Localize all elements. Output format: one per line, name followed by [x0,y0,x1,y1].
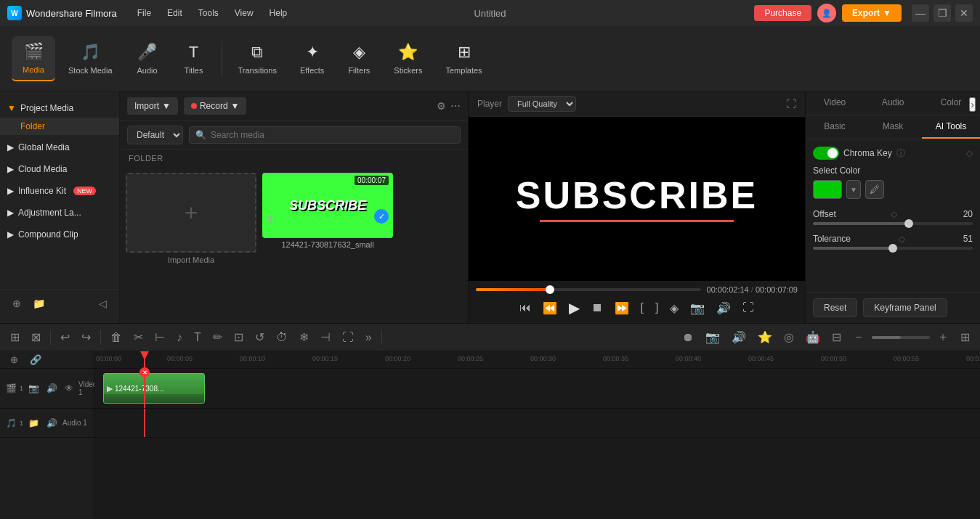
toolbar-stickers[interactable]: ⭐ Stickers [384,37,432,81]
tl-split-button[interactable]: ⊢ [150,327,169,347]
tl-motion-button[interactable]: ◎ [779,327,798,347]
tolerance-reset-icon[interactable]: ◇ [899,234,905,244]
player-fullscreen-button[interactable]: ⛶ [786,98,796,110]
filter-button[interactable]: ⚙ [437,100,446,112]
track-link-button[interactable]: 🔗 [25,351,46,368]
reset-button[interactable]: Reset [813,298,857,317]
tl-record-button[interactable]: ⏺ [678,328,698,347]
tl-fullscreen-button[interactable]: ⛶ [338,328,358,347]
subtab-ai-tools[interactable]: AI Tools [922,115,980,139]
toolbar-audio[interactable]: 🎤 Audio [126,37,169,81]
minimize-button[interactable]: — [912,4,929,22]
toolbar-templates[interactable]: ⊞ Templates [435,37,492,81]
tl-cut-button[interactable]: ✂ [129,327,147,347]
search-input[interactable] [211,130,454,140]
video1-eye-button[interactable]: 👁 [62,383,76,394]
tl-layout-button[interactable]: ⊞ [956,327,974,347]
tl-freeze-button[interactable]: ❄ [295,327,313,347]
menu-help[interactable]: Help [262,5,295,21]
tl-zoom-out-button[interactable]: － [849,327,869,348]
subtab-mask[interactable]: Mask [864,115,922,139]
tl-effect-button[interactable]: ⭐ [753,327,777,347]
add-video-track-button[interactable]: ⊕ [6,351,23,368]
menu-file[interactable]: File [130,5,158,21]
maximize-button[interactable]: ❐ [934,4,951,22]
tl-more-button[interactable]: » [361,328,376,347]
play-button[interactable]: ▶ [567,297,582,319]
tl-audio-track-button[interactable]: 🔊 [727,327,750,347]
sidebar-header-compound-clip[interactable]: ▶ Compound Clip [0,225,119,244]
tl-camera-button[interactable]: 📷 [701,327,724,347]
right-panel-expand-button[interactable]: › [969,97,976,112]
sort-select[interactable]: Default [127,126,183,144]
record-button[interactable]: Record ▼ [184,97,247,115]
video-clip-block[interactable]: ▶ 124421-7308... [103,373,205,404]
import-button[interactable]: Import ▼ [127,97,178,115]
color-dropdown-button[interactable]: ▼ [846,180,861,199]
offset-thumb[interactable] [904,219,913,228]
import-media-item[interactable]: + Import Media [126,173,256,264]
toolbar-filters[interactable]: ◈ Filters [337,37,381,81]
tl-trim-button[interactable]: ⊣ [316,327,335,347]
quality-select[interactable]: Full Quality [508,96,576,112]
menu-view[interactable]: View [227,5,261,21]
toolbar-transitions[interactable]: ⧉ Transitions [228,37,287,81]
tl-ai-button[interactable]: 🤖 [801,327,825,347]
toolbar-media[interactable]: 🎬 Media [12,36,55,81]
eyedropper-button[interactable]: 🖉 [865,180,884,199]
tolerance-slider[interactable] [813,247,973,250]
tl-text-button[interactable]: T [190,328,206,347]
offset-slider[interactable] [813,222,973,225]
tab-audio[interactable]: Audio [864,91,922,115]
tl-audio-button[interactable]: ♪ [172,328,187,347]
tl-delete-button[interactable]: 🗑 [106,328,126,347]
menu-tools[interactable]: Tools [191,5,226,21]
sidebar-header-project-media[interactable]: ▼ Project Media [0,99,119,118]
sidebar-header-cloud-media[interactable]: ▶ Cloud Media [0,160,119,179]
export-button[interactable]: Export ▼ [842,4,902,22]
toolbar-titles[interactable]: T Titles [172,37,216,81]
tl-zoom-in-button[interactable]: ＋ [933,327,953,348]
offset-reset-icon[interactable]: ◇ [891,209,897,219]
tl-undo-button[interactable]: ↩ [56,327,74,347]
add-marker-button[interactable]: ◈ [668,299,681,317]
purchase-button[interactable]: Purchase [754,5,811,21]
chroma-key-toggle[interactable] [813,147,839,160]
frame-forward-button[interactable]: ⏩ [612,299,631,317]
tl-magnet-button[interactable]: ⊠ [27,327,45,347]
zoom-slider[interactable] [872,336,930,339]
frame-back-button[interactable]: ⏪ [540,299,559,317]
user-avatar[interactable]: 👤 [817,4,836,23]
add-folder-button[interactable]: ⊕ [7,294,26,313]
audio1-folder-button[interactable]: 📁 [26,417,41,429]
tl-speed-button[interactable]: ⏱ [272,328,292,347]
video1-mute-button[interactable]: 🔊 [44,383,60,394]
video1-track-row[interactable]: ▶ 124421-7308... ✕ [94,369,980,409]
volume-button[interactable]: 🔊 [714,299,733,317]
tolerance-thumb[interactable] [888,244,897,253]
skip-back-button[interactable]: ⏮ [517,299,533,316]
mark-out-button[interactable]: ] [653,299,660,316]
video1-camera-button[interactable]: 📷 [26,383,41,394]
chroma-key-info-icon[interactable]: ⓘ [896,147,905,160]
tab-video[interactable]: Video [806,91,864,115]
menu-edit[interactable]: Edit [160,5,190,21]
progress-bar[interactable] [476,288,701,291]
add-media-thumb[interactable]: + [126,173,256,253]
toolbar-stock-media[interactable]: 🎵 Stock Media [58,37,123,81]
tl-crop-button[interactable]: ⊡ [230,327,248,347]
tl-grid-button[interactable]: ⊞ [6,327,24,347]
snapshot-button[interactable]: 📷 [688,299,707,317]
subtab-basic[interactable]: Basic [806,115,864,139]
sidebar-header-influence-kit[interactable]: ▶ Influence Kit NEW [0,181,119,200]
toolbar-effects[interactable]: ✦ Effects [290,37,334,81]
progress-thumb[interactable] [546,285,554,294]
fullscreen-button[interactable]: ⛶ [740,299,756,316]
media-clip-item[interactable]: SUBSCRIBE 00:00:07 ≋ ✓ 124421-730817632_… [262,173,393,253]
mark-in-button[interactable]: [ [639,299,646,316]
color-swatch[interactable] [813,180,842,199]
tl-pip-button[interactable]: ⊟ [827,327,846,347]
close-button[interactable]: ✕ [955,4,973,22]
stop-button[interactable]: ⏹ [589,299,605,316]
sidebar-folder-item[interactable]: Folder [0,118,119,135]
